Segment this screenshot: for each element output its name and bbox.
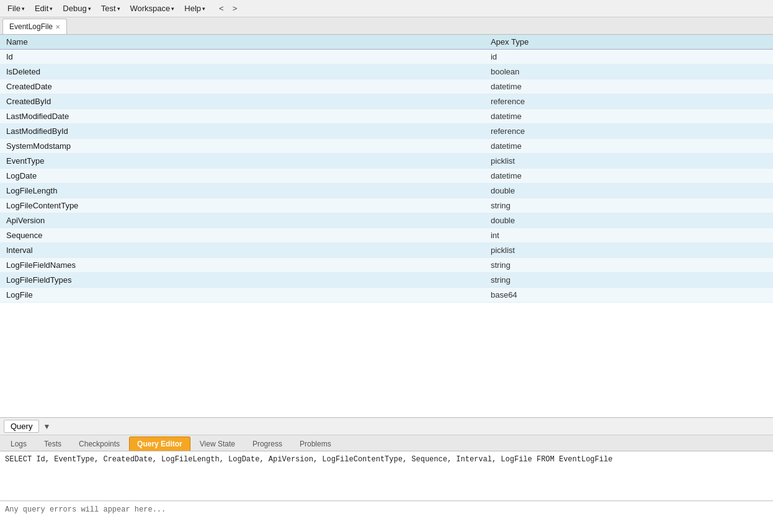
field-apex-type-cell: boolean (485, 64, 773, 79)
top-tab-bar: EventLogFile ✕ (0, 17, 773, 35)
field-name-cell: CreatedById (0, 94, 485, 109)
field-name-cell: EventType (0, 154, 485, 169)
query-editor-input[interactable]: SELECT Id, EventType, CreatedDate, LogFi… (0, 451, 773, 501)
field-name-cell: CreatedDate (0, 79, 485, 94)
tab-query-editor[interactable]: Query Editor (129, 437, 190, 451)
menu-workspace[interactable]: Workspace ▾ (125, 2, 180, 14)
menu-help-arrow: ▾ (202, 6, 205, 12)
tab-eventlogfile[interactable]: EventLogFile ✕ (2, 19, 67, 34)
field-name-cell: Sequence (0, 228, 485, 243)
tab-tests[interactable]: Tests (36, 437, 69, 451)
tab-eventlogfile-label: EventLogFile (9, 22, 53, 31)
field-apex-type-cell: reference (485, 124, 773, 139)
menu-debug-arrow: ▾ (88, 6, 91, 12)
menubar: File ▾ Edit ▾ Debug ▾ Test ▾ Workspace ▾… (0, 0, 773, 17)
field-table: Name Apex Type IdidIsDeletedbooleanCreat… (0, 35, 773, 303)
field-name-cell: LogFileFieldTypes (0, 273, 485, 288)
table-row: Idid (0, 50, 773, 64)
menu-help[interactable]: Help ▾ (179, 2, 210, 14)
table-row: LogFileContentTypestring (0, 198, 773, 213)
menu-file[interactable]: File ▾ (2, 2, 30, 14)
field-apex-type-cell: double (485, 184, 773, 198)
field-apex-type-cell: datetime (485, 109, 773, 124)
table-row: CreatedByIdreference (0, 94, 773, 109)
table-row: Intervalpicklist (0, 243, 773, 258)
field-apex-type-cell: datetime (485, 169, 773, 184)
field-name-cell: LogFileFieldNames (0, 258, 485, 273)
table-row: LogFileLengthdouble (0, 184, 773, 198)
tab-logs[interactable]: Logs (2, 437, 35, 451)
menu-test-arrow: ▾ (117, 6, 120, 12)
menu-test[interactable]: Test ▾ (96, 2, 125, 14)
field-apex-type-cell: int (485, 228, 773, 243)
field-apex-type-cell: id (485, 50, 773, 64)
bottom-panel: Query ▼ Logs Tests Checkpoints Query Edi… (0, 417, 773, 532)
field-apex-type-cell: datetime (485, 139, 773, 154)
field-name-cell: Interval (0, 243, 485, 258)
query-errors-display: Any query errors will appear here... (0, 501, 773, 532)
field-apex-type-cell: picklist (485, 243, 773, 258)
tab-eventlogfile-close[interactable]: ✕ (55, 24, 60, 30)
nav-forward-button[interactable]: > (229, 2, 241, 14)
tab-progress[interactable]: Progress (244, 437, 290, 451)
query-toolbar: Query ▼ (0, 418, 773, 435)
nav-back-button[interactable]: < (215, 2, 228, 14)
table-row: EventTypepicklist (0, 154, 773, 169)
col-apex-type-header: Apex Type (485, 35, 773, 50)
field-apex-type-cell: string (485, 258, 773, 273)
field-name-cell: ApiVersion (0, 213, 485, 228)
field-name-cell: LogFileContentType (0, 198, 485, 213)
field-table-container: Name Apex Type IdidIsDeletedbooleanCreat… (0, 35, 773, 417)
expand-icon[interactable]: ▼ (39, 421, 54, 432)
field-name-cell: SystemModstamp (0, 139, 485, 154)
menu-edit-arrow: ▾ (50, 6, 53, 12)
field-name-cell: LogFile (0, 288, 485, 303)
table-row: CreatedDatedatetime (0, 79, 773, 94)
table-row: LogDatedatetime (0, 169, 773, 184)
table-row: ApiVersiondouble (0, 213, 773, 228)
query-button[interactable]: Query (4, 420, 39, 433)
menu-edit[interactable]: Edit ▾ (30, 2, 58, 14)
menu-debug[interactable]: Debug ▾ (58, 2, 96, 14)
field-name-cell: LogFileLength (0, 184, 485, 198)
table-row: Sequenceint (0, 228, 773, 243)
field-apex-type-cell: base64 (485, 288, 773, 303)
nav-buttons: < > (215, 2, 241, 14)
table-row: SystemModstampdatetime (0, 139, 773, 154)
field-apex-type-cell: reference (485, 94, 773, 109)
field-apex-type-cell: string (485, 273, 773, 288)
field-name-cell: Id (0, 50, 485, 64)
table-row: LogFilebase64 (0, 288, 773, 303)
field-name-cell: IsDeleted (0, 64, 485, 79)
table-row: LastModifiedByIdreference (0, 124, 773, 139)
menu-workspace-arrow: ▾ (171, 6, 174, 12)
col-name-header: Name (0, 35, 485, 50)
main-area: Name Apex Type IdidIsDeletedbooleanCreat… (0, 35, 773, 532)
tab-problems[interactable]: Problems (292, 437, 339, 451)
menu-file-arrow: ▾ (22, 6, 25, 12)
field-apex-type-cell: double (485, 213, 773, 228)
field-name-cell: LastModifiedDate (0, 109, 485, 124)
field-apex-type-cell: picklist (485, 154, 773, 169)
field-name-cell: LogDate (0, 169, 485, 184)
bottom-tab-bar: Logs Tests Checkpoints Query Editor View… (0, 435, 773, 451)
table-row: LastModifiedDatedatetime (0, 109, 773, 124)
table-row: IsDeletedboolean (0, 64, 773, 79)
tab-checkpoints[interactable]: Checkpoints (71, 437, 128, 451)
table-header-row: Name Apex Type (0, 35, 773, 50)
field-apex-type-cell: string (485, 198, 773, 213)
tab-view-state[interactable]: View State (192, 437, 243, 451)
field-name-cell: LastModifiedById (0, 124, 485, 139)
field-apex-type-cell: datetime (485, 79, 773, 94)
table-row: LogFileFieldNamesstring (0, 258, 773, 273)
table-row: LogFileFieldTypesstring (0, 273, 773, 288)
